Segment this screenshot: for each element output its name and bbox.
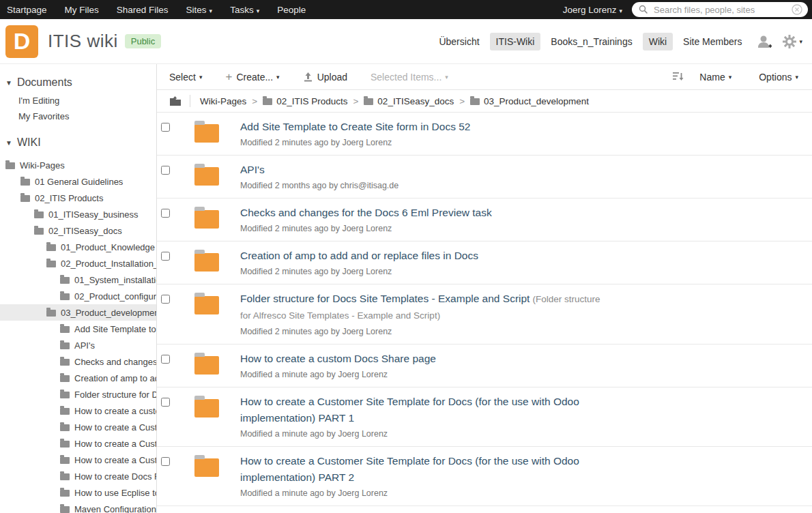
breadcrumb-root[interactable]: Wiki-Pages (200, 96, 246, 106)
nav-shared-files[interactable]: Shared Files (117, 5, 169, 15)
tree-item[interactable]: Creation of amp to add and or replace fi… (0, 370, 156, 386)
wiki-section-header[interactable]: ▼ WIKI (0, 134, 156, 153)
tab-itis-wiki[interactable]: ITIS-Wiki (490, 33, 541, 50)
breadcrumb-separator: > (252, 96, 257, 106)
tree-item[interactable]: 02_ITISeasy_docs (0, 222, 156, 239)
sort-direction-button[interactable] (673, 72, 684, 82)
folder-icon (60, 277, 70, 284)
nav-my-files[interactable]: My Files (65, 5, 99, 15)
documents-section-header[interactable]: ▼ Documents (0, 74, 156, 93)
nav-startpage[interactable]: Startpage (7, 5, 47, 15)
tree-item[interactable]: 01 General Guidelines (0, 173, 156, 190)
row-checkbox[interactable] (161, 295, 170, 304)
create-menu-button[interactable]: +Create...▾ (225, 70, 279, 84)
selected-items-menu-button[interactable]: Selected Items...▾ (371, 72, 448, 83)
folder-icon[interactable] (194, 253, 219, 272)
tree-item[interactable]: How to create a custom Docs Share page (0, 402, 156, 419)
breadcrumb-folder-current[interactable]: 03_Product_development (470, 96, 589, 106)
row-checkbox[interactable] (161, 355, 170, 364)
tree-item[interactable]: 01_Product_Knowledge (0, 239, 156, 255)
caret-down-icon: ▾ (799, 38, 802, 45)
folder-icon[interactable] (194, 356, 219, 375)
tab-wiki[interactable]: Wiki (643, 33, 673, 50)
tree-item[interactable]: Checks and changes for the Docs 6 Eml Pr… (0, 353, 156, 370)
site-logo[interactable]: D (5, 25, 38, 58)
tab-site-members[interactable]: Site Members (677, 33, 748, 50)
user-menu[interactable]: Joerg Lorenz▾ (563, 5, 622, 15)
tree-item[interactable]: How to use Ecplise to (0, 484, 156, 501)
folder-icon[interactable] (194, 124, 219, 143)
folder-icon[interactable] (194, 399, 219, 417)
folder-title-link[interactable]: Checks and changes for the Docs 6 Eml Pr… (240, 207, 492, 218)
nav-sites-menu[interactable]: Sites▾ (186, 5, 213, 15)
tree-item[interactable]: How to create a Customer Site Template f… (0, 452, 156, 468)
folder-title-link[interactable]: How to create a custom Docs Share page (240, 353, 436, 364)
modified-info: Modified 2 minutes ago by Joerg Lorenz (240, 137, 470, 149)
row-checkbox[interactable] (161, 209, 170, 218)
modified-info: Modified 2 minutes ago by Joerg Lorenz (240, 326, 612, 338)
tree-item[interactable]: 01_System_installatio (0, 272, 156, 288)
breadcrumb-folder[interactable]: 02_ITISeasy_docs (364, 96, 454, 106)
upload-button[interactable]: Upload (303, 72, 347, 83)
sidebar-item-im-editing[interactable]: I'm Editing (0, 93, 156, 108)
row-checkbox[interactable] (161, 252, 170, 261)
tree-item[interactable]: Folder structure for Docs Site Templates… (0, 386, 156, 402)
tree-item[interactable]: How to create a Customer Site Template f… (0, 435, 156, 452)
file-row: API's Modified 2 months ago by chris@iti… (157, 156, 812, 199)
tab-uebersicht[interactable]: Übersicht (433, 33, 485, 50)
sidebar-item-my-favorites[interactable]: My Favorites (0, 108, 156, 124)
tree-item[interactable]: How to create a Customer Site Template f… (0, 419, 156, 435)
tree-item[interactable]: 01_ITISeasy_business (0, 206, 156, 222)
tree-item[interactable]: How to create Docs F (0, 468, 156, 484)
options-menu-button[interactable]: Options▾ (759, 72, 798, 83)
row-checkbox[interactable] (161, 123, 170, 132)
tree-item-selected[interactable]: 03_Product_development (0, 304, 156, 321)
file-row: How to create a custom Docs Share page M… (157, 345, 812, 387)
search-input[interactable] (654, 5, 792, 15)
add-user-icon (756, 34, 772, 49)
row-checkbox[interactable] (161, 457, 170, 466)
site-title: ITIS wiki (48, 31, 118, 52)
folder-icon[interactable] (194, 296, 219, 314)
folder-icon[interactable] (194, 458, 219, 477)
tree-item[interactable]: Add Site Template to Create Site form in… (0, 321, 156, 337)
caret-down-icon: ▾ (276, 74, 280, 80)
select-menu-button[interactable]: Select▾ (169, 72, 202, 83)
nav-tasks-menu[interactable]: Tasks▾ (230, 5, 259, 15)
folder-title-link[interactable]: Add Site Template to Create Site form in… (240, 121, 470, 132)
folder-title-link[interactable]: Folder structure for Docs Site Templates… (240, 293, 530, 304)
row-checkbox[interactable] (161, 166, 170, 175)
modified-info: Modified a minute ago by Joerg Lorenz (240, 428, 612, 440)
row-checkbox[interactable] (161, 398, 170, 407)
add-user-button[interactable] (756, 34, 772, 49)
site-settings-button[interactable]: ▾ (782, 34, 802, 49)
tab-books-n-trainings[interactable]: Books_n_Trainings (545, 33, 638, 50)
folder-title-link[interactable]: Creation of amp to add and or replace fi… (240, 250, 478, 261)
tree-item[interactable]: 02_Product_Installation_ (0, 255, 156, 272)
folder-title-link[interactable]: How to create a Customer Site Template f… (240, 455, 579, 483)
folder-icon[interactable] (194, 167, 219, 186)
tree-item[interactable]: 02_Product_configura (0, 288, 156, 304)
tree-item[interactable]: 02_ITIS Products (0, 190, 156, 206)
tree-item[interactable]: API's (0, 337, 156, 353)
folder-up-button[interactable] (169, 96, 182, 106)
sort-field-menu-button[interactable]: Name▾ (699, 72, 731, 83)
folder-title-link[interactable]: How to create a Customer Site Template f… (240, 396, 579, 424)
folder-icon[interactable] (194, 210, 219, 229)
modified-info: Modified 2 months ago by chris@itisag.de (240, 180, 398, 192)
nav-people[interactable]: People (277, 5, 306, 15)
file-row: How to create a Customer Site Template f… (157, 506, 812, 513)
clear-search-icon[interactable] (792, 4, 802, 15)
folder-title-link[interactable]: API's (240, 164, 265, 175)
folder-icon (60, 342, 70, 349)
file-row: Checks and changes for the Docs 6 Eml Pr… (157, 199, 812, 241)
tree-item-wiki-pages[interactable]: Wiki-Pages (0, 157, 156, 173)
breadcrumb-folder[interactable]: 02_ITIS Products (263, 96, 347, 106)
folder-icon (60, 408, 70, 415)
documents-toolbar: Select▾ +Create...▾ Upload Selected Item… (157, 64, 812, 90)
caret-down-icon: ▾ (445, 74, 448, 80)
tree-item[interactable]: Maven Configuration (0, 501, 156, 513)
file-row: Add Site Template to Create Site form in… (157, 113, 812, 156)
folder-icon (5, 162, 15, 169)
file-row: Folder structure for Docs Site Templates… (157, 284, 812, 345)
